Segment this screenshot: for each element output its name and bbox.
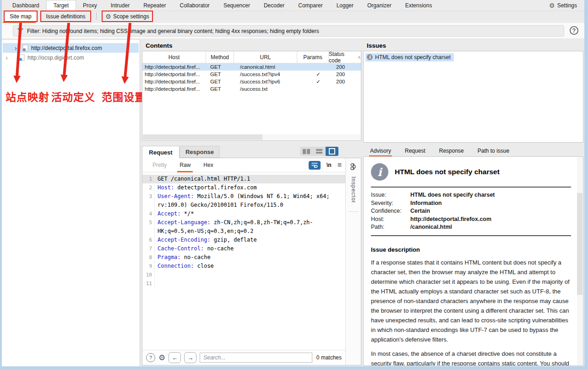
path-value: /canonical.html [410,223,452,232]
table-row[interactable]: http://detectportal.firef...GET /success… [142,78,361,85]
info-icon: i [367,54,373,60]
info-icon: i [371,163,388,181]
tab-extensions[interactable]: Extensions [398,0,439,11]
table-row[interactable]: http://detectportal.firef...GET /canonic… [142,63,361,71]
tab-sequencer[interactable]: Sequencer [217,0,257,11]
chevron-right-icon[interactable]: › [15,44,19,51]
params-check-icon: ✓ [303,71,334,77]
search-prev-button[interactable]: ← [169,352,181,363]
tab-repeater[interactable]: Repeater [136,0,173,11]
editor-footer: ? ⚙ ← → 0 matches [142,350,346,365]
subtab-site-map-label: Site map [10,13,31,20]
inspector-collapsed-panel[interactable]: Inspector [345,158,361,365]
window-border-bottom [0,366,588,370]
tree-item-detectportal[interactable]: › http://detectportal.firefox.com [3,43,139,53]
subtab-issue-definitions-label: Issue definitions [46,13,85,20]
view-pretty[interactable]: Pretty [152,162,167,168]
help-icon[interactable]: ? [570,26,578,35]
issues-title: Issues [367,42,386,49]
tab-logger[interactable]: Logger [330,0,360,11]
tab-dashboard[interactable]: Dashboard [5,0,46,11]
request-line: 2Host: detectportal.firefox.com [142,183,346,192]
annotation-scope-settings: 范围设置 [102,88,146,104]
advisory-fields: Issue:HTML does not specify charset Seve… [371,191,571,232]
vertical-scrollbar[interactable] [577,157,583,365]
severity-value: Information [410,199,442,208]
divider [371,187,571,188]
request-line: 7Cache-Control: no-cache [142,244,346,253]
request-line: 5Accept-Language: zh-CN,zh;q=0.8,zh-TW;q… [142,218,346,236]
request-line: 4Accept: */* [142,210,346,218]
request-line: 3User-Agent: Mozilla/5.0 (Windows NT 6.1… [142,192,346,210]
layout-toggle-group [300,147,338,156]
issue-description-paragraph: In most cases, the absence of a charset … [371,349,573,366]
horizontal-scrollbar[interactable] [143,134,360,140]
column-url[interactable]: URL [234,51,297,63]
tree-item-ocsp[interactable]: › http://ocsp.digicert.com [3,53,139,62]
tab-decoder[interactable]: Decoder [257,0,291,11]
issues-list: i HTML does not specify charset [363,51,583,143]
site-node-icon [22,44,29,51]
request-raw-editor[interactable]: 1GET /canonical.html HTTP/1.1 2Host: det… [142,172,346,336]
subtab-scope-settings-label: Scope settings [113,13,149,20]
divider [348,211,359,212]
advisory-panel: i HTML does not specify charset Issue:HT… [363,156,583,366]
inspector-label: Inspector [350,177,357,203]
column-method[interactable]: Method [206,51,234,63]
layout-columns-button[interactable] [300,147,313,156]
subtab-site-map[interactable]: Site map [4,11,38,22]
table-row[interactable]: http://detectportal.firef...GET /success… [142,85,361,93]
search-input[interactable] [200,353,312,363]
soft-wrap-button[interactable] [309,161,321,170]
view-hex[interactable]: Hex [203,162,213,168]
layout-rows-button[interactable] [313,147,326,156]
view-raw[interactable]: Raw [180,162,191,168]
tab-advisory-response[interactable]: Response [439,148,464,154]
help-icon[interactable]: ? [146,353,155,362]
column-params[interactable]: Params [297,51,329,63]
search-next-button[interactable]: → [184,352,196,363]
tab-collaborator[interactable]: Collaborator [173,0,217,11]
issue-description-paragraph: If a response states that it contains HT… [371,258,573,344]
request-line: 6Accept-Encoding: gzip, deflate [142,236,346,244]
contents-table: Host Method URL Params Status code ∧ htt… [142,51,361,141]
wrap-icon [311,162,318,168]
tree-item-label: http://ocsp.digicert.com [27,55,84,61]
annotation-site-map: 站点映射 [5,88,49,104]
chevron-right-icon[interactable]: › [5,54,10,61]
tab-intruder[interactable]: Intruder [104,0,136,11]
filter-bar[interactable]: Filter: Hiding not found items; hiding C… [13,25,564,37]
tab-request[interactable]: Request [142,146,180,158]
menu-icon[interactable]: ≡ [338,161,342,169]
layout-single-button[interactable] [326,147,338,156]
tab-response[interactable]: Response [180,146,220,158]
annotation-issue-definitions: 活动定义 [51,88,95,104]
tab-proxy[interactable]: Proxy [76,0,104,11]
subtab-scope-settings[interactable]: ⚙ Scope settings [102,11,153,22]
subtab-issue-definitions[interactable]: Issue definitions [40,11,91,22]
issue-item[interactable]: i HTML does not specify charset [365,53,454,61]
tab-target[interactable]: Target [46,0,76,11]
host-value: http://detectportal.firefox.com [410,215,491,224]
gear-icon[interactable]: ⚙ [158,354,165,362]
divider [371,235,571,236]
issue-value: HTML does not specify charset [410,191,495,199]
tab-path-to-issue[interactable]: Path to issue [478,148,509,154]
filter-text: Filter: Hiding not found items; hiding C… [27,28,319,34]
scrollbar-thumb[interactable] [577,193,583,295]
scrollbar-thumb[interactable] [143,134,262,140]
newline-toggle[interactable]: \n [327,162,332,168]
window-border-left [0,0,2,370]
issue-item-label: HTML does not specify charset [375,54,451,61]
settings-button[interactable]: ⚙ Settings [549,0,584,11]
gear-icon: ⚙ [105,13,111,20]
tab-organizer[interactable]: Organizer [360,0,398,11]
tab-advisory-request[interactable]: Request [405,148,425,154]
tab-comparer[interactable]: Comparer [291,0,329,11]
column-status-code[interactable]: Status code ∧ [329,51,361,63]
advisory-tab-bar: Advisory Request Response Path to issue [363,145,583,156]
tab-advisory[interactable]: Advisory [370,148,391,154]
column-host[interactable]: Host [142,51,206,63]
table-row[interactable]: http://detectportal.firef...GET /success… [142,71,361,78]
window-border-right [584,0,588,370]
